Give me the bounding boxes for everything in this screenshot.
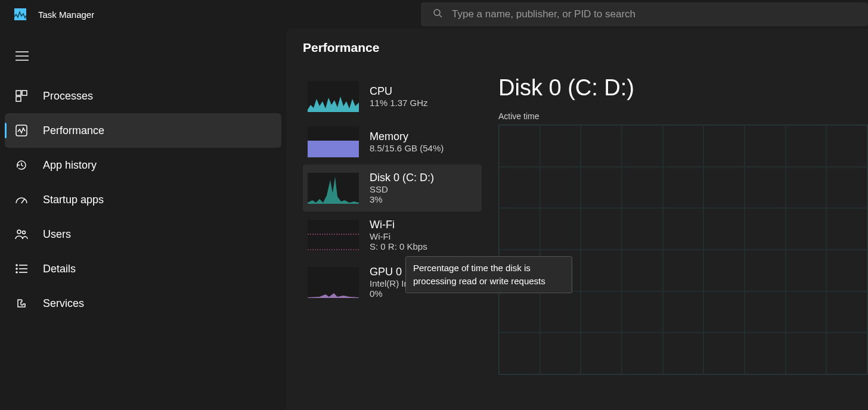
perf-item-wifi[interactable]: Wi-Fi Wi-Fi S: 0 R: 0 Kbps xyxy=(303,212,482,259)
perf-sub: Wi-Fi xyxy=(370,231,427,241)
history-icon xyxy=(14,159,29,171)
perf-item-cpu[interactable]: CPU 11% 1.37 GHz xyxy=(303,74,482,119)
search-icon xyxy=(433,8,442,20)
tooltip: Percentage of time the disk is processin… xyxy=(405,256,572,293)
chart-label: Active time xyxy=(498,111,868,121)
cpu-mini-chart xyxy=(308,81,359,112)
svg-marker-18 xyxy=(308,97,359,112)
grid-icon xyxy=(14,90,29,102)
perf-name: Wi-Fi xyxy=(370,219,427,231)
activity-icon xyxy=(14,125,29,136)
svg-point-11 xyxy=(23,231,26,234)
gauge-icon xyxy=(14,194,29,206)
svg-rect-7 xyxy=(16,97,21,101)
users-icon xyxy=(14,228,29,240)
svg-marker-20 xyxy=(308,176,359,204)
sidebar-item-label: Processes xyxy=(43,90,93,102)
sidebar-item-details[interactable]: Details xyxy=(5,251,281,286)
memory-mini-chart xyxy=(308,126,359,157)
detail-title: Disk 0 (C: D:) xyxy=(498,75,868,101)
search-box[interactable] xyxy=(421,2,868,26)
sidebar-item-label: Services xyxy=(43,297,84,310)
disk-mini-chart xyxy=(308,173,359,204)
sidebar-item-label: Details xyxy=(43,263,76,275)
main-panel: Performance CPU 11% 1.37 GHz Memory 8.5/… xyxy=(286,29,868,410)
sidebar-item-label: Startup apps xyxy=(43,194,104,206)
perf-item-memory[interactable]: Memory 8.5/15.6 GB (54%) xyxy=(303,119,482,164)
page-title: Performance xyxy=(303,41,868,55)
perf-sub: 8.5/15.6 GB (54%) xyxy=(370,143,444,153)
perf-sub: 11% 1.37 GHz xyxy=(370,98,428,108)
sidebar-item-label: Users xyxy=(43,228,71,241)
gpu-mini-chart xyxy=(308,267,359,298)
svg-point-16 xyxy=(16,272,17,273)
svg-point-10 xyxy=(17,230,21,234)
sidebar-item-processes[interactable]: Processes xyxy=(5,79,281,113)
app-title: Task Manager xyxy=(38,10,94,20)
wifi-mini-chart xyxy=(308,220,359,251)
app-icon xyxy=(14,8,26,20)
sidebar-item-label: Performance xyxy=(43,125,104,137)
perf-name: Disk 0 (C: D:) xyxy=(370,172,434,184)
svg-rect-6 xyxy=(22,91,27,95)
sidebar: Processes Performance App history Startu… xyxy=(0,29,286,410)
sidebar-item-app-history[interactable]: App history xyxy=(5,148,281,182)
sidebar-item-services[interactable]: Services xyxy=(5,286,281,321)
svg-marker-23 xyxy=(308,293,359,298)
puzzle-icon xyxy=(14,297,29,309)
svg-line-1 xyxy=(439,15,442,17)
perf-sub: S: 0 R: 0 Kbps xyxy=(370,241,427,251)
perf-name: Memory xyxy=(370,131,444,143)
svg-rect-5 xyxy=(16,91,21,95)
search-input[interactable] xyxy=(452,8,868,20)
sidebar-item-performance[interactable]: Performance xyxy=(5,113,281,148)
active-time-chart xyxy=(498,125,868,375)
svg-rect-8 xyxy=(16,125,27,136)
svg-point-12 xyxy=(16,265,17,266)
svg-point-0 xyxy=(434,10,440,15)
sidebar-item-label: App history xyxy=(43,159,97,172)
svg-point-14 xyxy=(16,268,17,269)
hamburger-button[interactable] xyxy=(0,45,286,79)
perf-sub: SSD xyxy=(370,184,434,194)
svg-line-9 xyxy=(21,199,24,203)
perf-item-disk0[interactable]: Disk 0 (C: D:) SSD 3% xyxy=(303,164,482,212)
detail-panel: Disk 0 (C: D:) Active time xyxy=(498,75,868,375)
sidebar-item-startup-apps[interactable]: Startup apps xyxy=(5,182,281,217)
svg-rect-19 xyxy=(308,141,359,157)
list-icon xyxy=(14,264,29,274)
perf-name: CPU xyxy=(370,85,428,98)
perf-sub: 3% xyxy=(370,194,434,204)
sidebar-item-users[interactable]: Users xyxy=(5,217,281,251)
